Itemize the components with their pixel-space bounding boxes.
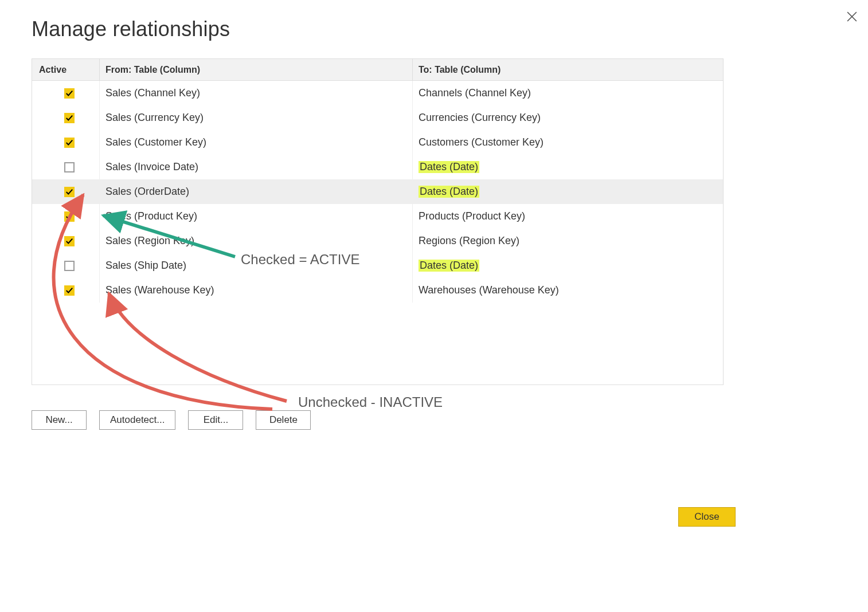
table-row[interactable]: Sales (Invoice Date)Dates (Date) [32,155,723,179]
cell-from: Sales (Currency Key) [100,105,413,130]
checkbox-checked-icon[interactable] [64,138,75,148]
checkbox-checked-icon[interactable] [64,187,75,197]
highlighted-text: Dates (Date) [419,186,479,198]
table-row[interactable]: Sales (Ship Date)Dates (Date) [32,253,723,278]
cell-to: Customers (Customer Key) [413,130,723,155]
checkbox-unchecked-icon[interactable] [64,162,75,172]
highlighted-text: Dates (Date) [419,260,479,272]
dialog-title: Manage relationships [32,17,736,41]
grid-body: Sales (Channel Key)Channels (Channel Key… [32,81,723,303]
header-from[interactable]: From: Table (Column) [100,59,413,80]
new-button[interactable]: New... [32,410,87,430]
cell-from: Sales (Warehouse Key) [100,278,413,303]
dialog-button-bar: New... Autodetect... Edit... Delete [32,410,736,430]
cell-from: Sales (Channel Key) [100,81,413,105]
cell-to: Dates (Date) [413,155,723,179]
cell-active [32,204,100,229]
cell-from: Sales (OrderDate) [100,179,413,204]
cell-from: Sales (Product Key) [100,204,413,229]
table-row[interactable]: Sales (Region Key)Regions (Region Key) [32,229,723,253]
cell-to: Warehouses (Warehouse Key) [413,278,723,303]
checkbox-checked-icon[interactable] [64,285,75,296]
cell-active [32,179,100,204]
table-row[interactable]: Sales (Warehouse Key)Warehouses (Warehou… [32,278,723,303]
cell-from: Sales (Ship Date) [100,253,413,278]
cell-to: Products (Product Key) [413,204,723,229]
cell-to: Currencies (Currency Key) [413,105,723,130]
cell-to: Channels (Channel Key) [413,81,723,105]
highlighted-text: Dates (Date) [419,161,479,173]
checkbox-checked-icon[interactable] [64,113,75,123]
cell-active [32,155,100,179]
manage-relationships-dialog: Manage relationships Active From: Table … [32,17,736,430]
autodetect-button[interactable]: Autodetect... [99,410,175,430]
table-row[interactable]: Sales (Product Key)Products (Product Key… [32,204,723,229]
table-row[interactable]: Sales (OrderDate)Dates (Date) [32,179,723,204]
cell-to: Regions (Region Key) [413,229,723,253]
cell-active [32,130,100,155]
cell-active [32,253,100,278]
table-row[interactable]: Sales (Customer Key)Customers (Customer … [32,130,723,155]
cell-from: Sales (Customer Key) [100,130,413,155]
edit-button[interactable]: Edit... [188,410,243,430]
cell-active [32,278,100,303]
checkbox-checked-icon[interactable] [64,88,75,99]
grid-header: Active From: Table (Column) To: Table (C… [32,59,723,81]
table-row[interactable]: Sales (Channel Key)Channels (Channel Key… [32,81,723,105]
table-row[interactable]: Sales (Currency Key)Currencies (Currency… [32,105,723,130]
header-to[interactable]: To: Table (Column) [413,59,723,80]
delete-button[interactable]: Delete [256,410,311,430]
dialog-close-x[interactable] [843,8,861,25]
cell-active [32,229,100,253]
checkbox-checked-icon[interactable] [64,236,75,246]
cell-to: Dates (Date) [413,179,723,204]
header-active[interactable]: Active [32,59,100,80]
close-icon [847,11,857,22]
checkbox-checked-icon[interactable] [64,211,75,222]
cell-from: Sales (Invoice Date) [100,155,413,179]
close-button[interactable]: Close [678,507,736,527]
cell-active [32,81,100,105]
cell-from: Sales (Region Key) [100,229,413,253]
cell-to: Dates (Date) [413,253,723,278]
cell-active [32,105,100,130]
checkbox-unchecked-icon[interactable] [64,261,75,271]
relationships-grid: Active From: Table (Column) To: Table (C… [32,58,724,385]
